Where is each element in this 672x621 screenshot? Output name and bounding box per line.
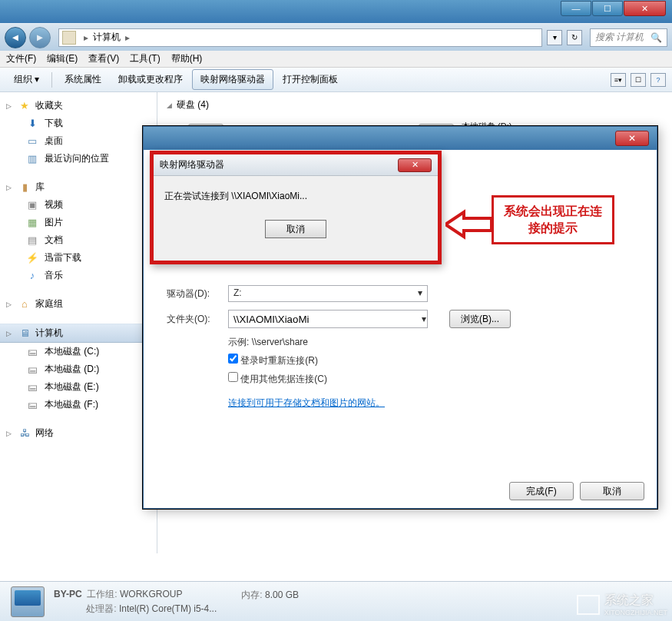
sidebar-item-documents[interactable]: ▤文档 xyxy=(0,231,157,249)
menu-tools[interactable]: 工具(T) xyxy=(130,52,160,65)
callout-box: 系统会出现正在连接的提示 xyxy=(492,195,614,244)
view-mode-icon[interactable]: ≡▾ xyxy=(611,73,626,87)
finish-button[interactable]: 完成(F) xyxy=(509,482,574,500)
dialog-close-icon[interactable]: ✕ xyxy=(615,131,649,146)
sidebar-item-thunder[interactable]: ⚡迅雷下载 xyxy=(0,249,157,267)
sidebar-item-downloads[interactable]: ⬇下载 xyxy=(0,115,157,132)
svg-marker-0 xyxy=(445,212,492,237)
close-button[interactable]: ✕ xyxy=(624,1,666,16)
connecting-close-icon[interactable]: ✕ xyxy=(398,158,432,172)
computer-icon xyxy=(62,31,76,45)
reconnect-checkbox[interactable] xyxy=(228,354,238,364)
computer-icon: 🖥 xyxy=(18,327,31,340)
connecting-dialog: 映射网络驱动器 ✕ 正在尝试连接到 \\XIAOMI\XiaoMi... 取消 xyxy=(150,151,442,264)
refresh-icon[interactable]: ↻ xyxy=(567,30,582,45)
sidebar-network[interactable]: ▷🖧网络 xyxy=(0,424,157,442)
tool-bar: 组织 ▾ 系统属性 卸载或更改程序 映射网络驱动器 打开控制面板 ≡▾ ☐ ? xyxy=(0,68,672,92)
preview-pane-icon[interactable]: ☐ xyxy=(631,73,646,87)
minimize-button[interactable]: — xyxy=(561,1,591,16)
address-bar: ◄ ► ▸ 计算机 ▸ ▾ ↻ 搜索 计算机 🔍 xyxy=(0,23,672,51)
recent-icon: ▥ xyxy=(26,153,38,165)
sidebar-item-pictures[interactable]: ▦图片 xyxy=(0,214,157,231)
desktop-icon: ▭ xyxy=(26,135,38,148)
help-icon[interactable]: ? xyxy=(650,73,666,87)
folder-input[interactable] xyxy=(228,310,428,328)
drive-icon: 🖴 xyxy=(26,399,38,411)
tool-control-panel[interactable]: 打开控制面板 xyxy=(275,70,346,89)
video-icon: ▣ xyxy=(26,199,38,211)
dialog-titlebar[interactable]: ✕ xyxy=(144,127,657,150)
sidebar-item-drive-f[interactable]: 🖴本地磁盘 (F:) xyxy=(0,396,157,413)
drive-icon: 🖴 xyxy=(26,364,38,376)
menu-edit[interactable]: 编辑(E) xyxy=(47,52,78,65)
drive-icon: 🖴 xyxy=(26,346,38,358)
sidebar-homegroup[interactable]: ▷⌂家庭组 xyxy=(0,295,157,313)
other-credentials-checkbox[interactable] xyxy=(228,372,238,382)
drives-header[interactable]: ◢ 硬盘 (4) xyxy=(167,98,663,111)
tool-map-network-drive[interactable]: 映射网络驱动器 xyxy=(192,69,273,90)
menu-help[interactable]: 帮助(H) xyxy=(171,52,203,65)
breadcrumb-segment[interactable]: 计算机 xyxy=(93,31,121,44)
dropdown-icon[interactable]: ▾ xyxy=(547,30,562,45)
library-icon: ▮ xyxy=(18,181,31,194)
drive-select[interactable]: Z: ▾ xyxy=(228,285,428,302)
storage-link[interactable]: 连接到可用于存储文档和图片的网站。 xyxy=(228,397,385,408)
menu-bar: 文件(F) 编辑(E) 查看(V) 工具(T) 帮助(H) xyxy=(0,51,672,68)
thunder-icon: ⚡ xyxy=(26,252,38,264)
forward-button[interactable]: ► xyxy=(29,27,51,48)
sidebar-favorites[interactable]: ▷★收藏夹 xyxy=(0,97,157,115)
watermark-logo-icon xyxy=(577,595,600,615)
watermark: 系统之家 XITONGZHIJIA.NET xyxy=(577,593,667,616)
download-icon: ⬇ xyxy=(26,118,38,130)
example-text: 示例: \\server\share xyxy=(167,336,634,349)
sidebar-libraries[interactable]: ▷▮库 xyxy=(0,178,157,196)
search-icon[interactable]: 🔍 xyxy=(650,32,662,43)
breadcrumb[interactable]: ▸ 计算机 ▸ xyxy=(58,28,542,47)
document-icon: ▤ xyxy=(26,234,38,247)
callout-arrow-icon xyxy=(445,209,492,240)
back-button[interactable]: ◄ xyxy=(5,27,26,48)
search-input[interactable]: 搜索 计算机 🔍 xyxy=(590,28,667,47)
connecting-cancel-button[interactable]: 取消 xyxy=(265,220,326,238)
search-placeholder: 搜索 计算机 xyxy=(595,31,644,44)
sidebar-computer[interactable]: ▷🖥计算机 xyxy=(0,324,157,343)
connecting-titlebar[interactable]: 映射网络驱动器 ✕ xyxy=(154,154,438,176)
drive-icon: 🖴 xyxy=(26,381,38,394)
cancel-button[interactable]: 取消 xyxy=(580,482,644,500)
sidebar-item-drive-d[interactable]: 🖴本地磁盘 (D:) xyxy=(0,360,157,378)
menu-file[interactable]: 文件(F) xyxy=(6,52,36,65)
organize-button[interactable]: 组织 ▾ xyxy=(6,70,47,89)
computer-large-icon xyxy=(11,586,45,617)
status-bar: BY-PC 工作组: WORKGROUP BY-PC 处理器: Intel(R)… xyxy=(0,581,672,621)
network-icon: 🖧 xyxy=(18,427,31,440)
drive-label: 驱动器(D): xyxy=(167,287,220,301)
tool-system-properties[interactable]: 系统属性 xyxy=(57,70,109,89)
picture-icon: ▦ xyxy=(26,217,38,229)
sidebar-item-recent[interactable]: ▥最近访问的位置 xyxy=(0,150,157,168)
sidebar-item-videos[interactable]: ▣视频 xyxy=(0,196,157,214)
sidebar-item-desktop[interactable]: ▭桌面 xyxy=(0,132,157,150)
menu-view[interactable]: 查看(V) xyxy=(88,52,119,65)
tool-uninstall[interactable]: 卸载或更改程序 xyxy=(111,70,190,89)
window-title-bar: — ☐ ✕ xyxy=(0,0,672,23)
music-icon: ♪ xyxy=(26,270,38,282)
folder-label: 文件夹(O): xyxy=(167,313,220,326)
connecting-message: 正在尝试连接到 \\XIAOMI\XiaoMi... xyxy=(164,190,427,203)
maximize-button[interactable]: ☐ xyxy=(592,1,623,16)
sidebar: ▷★收藏夹 ⬇下载 ▭桌面 ▥最近访问的位置 ▷▮库 ▣视频 ▦图片 ▤文档 ⚡… xyxy=(0,92,157,553)
homegroup-icon: ⌂ xyxy=(18,298,31,310)
browse-button[interactable]: 浏览(B)... xyxy=(449,310,511,328)
sidebar-item-music[interactable]: ♪音乐 xyxy=(0,267,157,284)
sidebar-item-drive-e[interactable]: 🖴本地磁盘 (E:) xyxy=(0,378,157,396)
sidebar-item-drive-c[interactable]: 🖴本地磁盘 (C:) xyxy=(0,343,157,360)
computer-name: BY-PC xyxy=(54,589,82,599)
star-icon: ★ xyxy=(18,100,31,112)
